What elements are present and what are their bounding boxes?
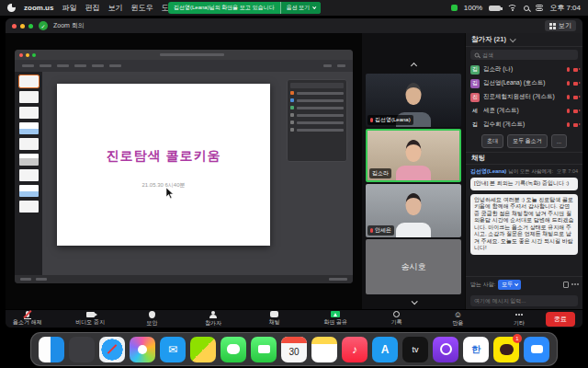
dock-zoom-icon[interactable] xyxy=(524,337,549,362)
leave-meeting-button[interactable]: 종료 xyxy=(546,312,575,327)
stop-video-button[interactable]: 비디오 중지 xyxy=(75,311,105,328)
shield-icon xyxy=(149,311,155,318)
dock-appstore-icon[interactable]: A xyxy=(372,337,398,362)
record-button[interactable]: 기록 xyxy=(383,311,411,328)
dock-hangul-icon[interactable]: 한 xyxy=(463,337,489,362)
dock-notes-icon[interactable] xyxy=(311,337,337,362)
slide-thumbnail[interactable] xyxy=(19,185,39,197)
chevron-down-icon xyxy=(510,36,516,42)
chat-messages[interactable]: 김선영(Leana) 님이 모든 사람에게: 오후 7:04 [안내] 본 회의… xyxy=(466,165,582,276)
chat-footer: 받는 사람: 모두 xyxy=(466,276,582,309)
window-traffic-lights[interactable] xyxy=(12,24,33,29)
file-attach-icon[interactable] xyxy=(563,282,569,288)
mic-muted-icon[interactable] xyxy=(567,109,570,113)
chat-input[interactable] xyxy=(470,295,578,306)
invite-button[interactable]: 초대 xyxy=(481,134,503,148)
ppt-task-pane[interactable] xyxy=(287,79,347,162)
mute-all-button[interactable]: 모두 음소거 xyxy=(507,134,548,148)
dock-safari-icon[interactable] xyxy=(99,337,125,362)
mic-muted-icon[interactable] xyxy=(567,122,570,127)
security-button[interactable]: 보안 xyxy=(139,311,166,328)
more-button[interactable]: ... xyxy=(551,134,567,148)
participants-header[interactable]: 참가자 (21) xyxy=(466,33,582,47)
mic-muted-icon[interactable] xyxy=(567,95,570,99)
slide-thumbnail[interactable] xyxy=(19,154,39,166)
unmute-button[interactable]: 음소거 해제 xyxy=(13,311,42,328)
control-center-icon[interactable] xyxy=(536,5,543,11)
participant-row[interactable]: 김 김선영(Leana) (호스트) xyxy=(466,76,582,90)
encryption-shield-icon[interactable]: ✓ xyxy=(39,21,48,30)
zoom-window-titlebar[interactable]: ✓ Zoom 회의 보기 xyxy=(6,18,582,33)
dock-appletv-icon[interactable]: tv xyxy=(402,337,428,362)
collapse-strip-button[interactable] xyxy=(406,297,421,306)
dock-calendar-icon[interactable]: 30 xyxy=(281,337,307,362)
dock-facetime-icon[interactable] xyxy=(251,337,277,362)
participant-row[interactable]: 세 세훈 (게스트) xyxy=(466,104,582,118)
dock-messages-icon[interactable] xyxy=(220,337,246,362)
meeting-sidebar: 참가자 (21) 김 김소라 (나) 김 김선영(Leana) (호스트) 진 xyxy=(465,33,582,309)
chat-message: [안내] 본 회의는 기록(녹화) 중입니다 :) xyxy=(470,178,578,190)
menubar-app-name[interactable]: zoom.us xyxy=(24,4,53,12)
menubar-item-window[interactable]: 윈도우 xyxy=(130,3,153,13)
participant-search[interactable] xyxy=(470,50,578,60)
reactions-button[interactable]: ☺ 반응 xyxy=(444,311,471,328)
slide-thumbnail[interactable] xyxy=(19,169,39,181)
mouse-cursor xyxy=(165,187,175,200)
video-off-icon[interactable] xyxy=(573,82,578,86)
participants-button[interactable]: 참가자 xyxy=(199,311,227,328)
spotlight-search-icon[interactable] xyxy=(524,6,529,11)
slide-thumbnail[interactable] xyxy=(19,75,39,87)
participant-name-badge: 김소라 xyxy=(369,168,391,178)
dock-maps-icon[interactable] xyxy=(190,337,216,362)
participant-row[interactable]: 진 진로체험지원센터 (게스트) xyxy=(466,90,582,104)
more-options-button[interactable]: 기타 xyxy=(505,311,533,328)
dock-finder-icon[interactable] xyxy=(39,337,64,362)
battery-icon xyxy=(489,6,501,11)
menubar-item-view[interactable]: 보기 xyxy=(107,3,122,13)
menubar-item-file[interactable]: 파일 xyxy=(62,3,76,13)
mic-muted-icon xyxy=(370,118,373,122)
chat-more-icon[interactable] xyxy=(571,283,573,285)
mic-muted-icon xyxy=(26,311,29,317)
slide-thumbnail-panel[interactable] xyxy=(15,72,42,275)
participant-row[interactable]: 김 김소라 (나) xyxy=(466,63,582,76)
wifi-icon[interactable] xyxy=(507,4,517,12)
apple-menu-icon[interactable] xyxy=(7,4,16,12)
slide-thumbnail[interactable] xyxy=(19,138,39,150)
dock-launchpad-icon[interactable] xyxy=(69,337,95,362)
video-tile-no-video[interactable]: 송시호 xyxy=(366,239,461,294)
dock-music-icon[interactable]: ♪ xyxy=(342,337,368,362)
scroll-up-button[interactable] xyxy=(406,61,421,70)
slide-thumbnail[interactable] xyxy=(19,122,39,134)
video-off-icon[interactable] xyxy=(573,109,578,113)
recipient-dropdown[interactable]: 모두 xyxy=(498,280,521,290)
view-button[interactable]: 보기 xyxy=(545,20,576,31)
participant-row[interactable]: 김 김수희 (게스트) xyxy=(466,118,582,132)
chat-header[interactable]: 채팅 xyxy=(466,153,582,165)
dock-photos-icon[interactable] xyxy=(130,337,155,362)
menubar-item-edit[interactable]: 편집 xyxy=(85,3,99,13)
video-tile[interactable]: 안세은 xyxy=(366,184,461,237)
dock-podcasts-icon[interactable] xyxy=(433,337,458,362)
video-off-icon[interactable] xyxy=(573,96,578,99)
mic-muted-icon[interactable] xyxy=(567,81,570,86)
chevron-down-icon xyxy=(514,282,518,285)
clock[interactable]: 오후 7:04 xyxy=(549,3,581,13)
view-options-dropdown[interactable]: 옵션 보기 xyxy=(280,2,322,14)
video-off-icon[interactable] xyxy=(573,123,578,127)
slide-thumbnail[interactable] xyxy=(19,107,39,119)
video-tile-active-speaker[interactable]: 김소라 xyxy=(366,129,461,182)
slide-thumbnail[interactable] xyxy=(19,91,39,103)
mic-muted-icon[interactable] xyxy=(567,67,570,72)
slide-thumbnail[interactable] xyxy=(19,201,39,213)
search-input[interactable] xyxy=(482,52,574,58)
dock-kakaotalk-icon[interactable]: 1 xyxy=(493,337,519,362)
chevron-down-icon xyxy=(312,6,316,9)
video-off-icon[interactable] xyxy=(573,68,578,72)
share-screen-button[interactable]: 화면 공유 xyxy=(322,311,349,328)
dock-mail-icon[interactable]: ✉ xyxy=(160,337,186,362)
video-tile[interactable]: 김선영(Leana) xyxy=(366,74,461,127)
chat-button[interactable]: 채팅 xyxy=(261,311,288,328)
chat-message-meta: 김선영(Leana) 님이 모든 사람에게: 오후 7:04 xyxy=(470,167,578,176)
smiley-icon: ☺ xyxy=(454,311,462,318)
